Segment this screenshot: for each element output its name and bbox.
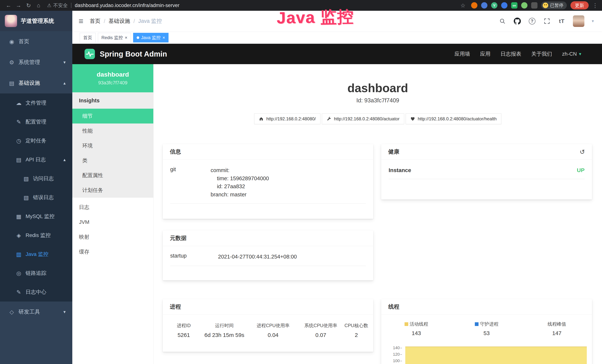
- sidebar-item-config-management[interactable]: ✎ 配置管理: [0, 112, 72, 131]
- card-title: 健康: [388, 148, 399, 156]
- home-icon: [259, 117, 264, 121]
- tab-close-icon[interactable]: ×: [125, 35, 127, 40]
- chrome-update-button[interactable]: 更新: [570, 1, 589, 10]
- app-logo[interactable]: 芋道管理系统: [0, 11, 72, 31]
- sidebar-item-system-management[interactable]: ⚙ 系统管理 ▾: [0, 52, 72, 73]
- sba-item-config-props[interactable]: 配置属性: [72, 168, 153, 183]
- sba-item-details[interactable]: 细节: [72, 109, 153, 124]
- tags-view-bar: 首页 Redis 监控 × Java 监控 ×: [72, 32, 602, 44]
- tab-java-monitor[interactable]: Java 监控 ×: [133, 33, 169, 43]
- column-value: 5261: [178, 332, 190, 338]
- breadcrumb-separator: /: [133, 18, 135, 24]
- sidebar-item-error-logs[interactable]: ▧ 错误日志: [0, 188, 72, 207]
- sidebar-item-label: Java 监控: [26, 251, 48, 258]
- sidebar-item-java-monitor[interactable]: ▥ Java 监控: [0, 245, 72, 264]
- puzzle-extension-icon[interactable]: [531, 2, 538, 9]
- sba-item-environment[interactable]: 环境: [72, 138, 153, 153]
- info-card-title: 信息: [163, 144, 373, 160]
- actuator-url-link[interactable]: http://192.168.0.2:48080/actuator: [322, 114, 404, 124]
- sidebar-item-infrastructure[interactable]: ▤ 基础设施 ▴: [0, 73, 72, 94]
- health-url-link[interactable]: http://192.168.0.2:48080/actuator/health: [406, 114, 501, 124]
- chrome-menu-icon[interactable]: ⋮: [592, 2, 598, 9]
- extension-icon-4[interactable]: [501, 2, 507, 9]
- address-bar[interactable]: ⚠ 不安全 dashboard.yudao.iocoder.cn/infra/a…: [44, 2, 457, 9]
- legend-value: 143: [412, 330, 421, 336]
- git-commit-line: commit:: [211, 166, 366, 174]
- extension-icon-2[interactable]: [481, 2, 487, 9]
- back-icon[interactable]: ←: [4, 2, 13, 9]
- sidebar-item-access-logs[interactable]: ▧ 访问日志: [0, 169, 72, 188]
- switch-on-extension-icon[interactable]: on: [511, 2, 517, 9]
- tab-redis-monitor[interactable]: Redis 监控 ×: [98, 33, 131, 43]
- column-value: 0.04: [268, 332, 279, 338]
- sba-nav-about[interactable]: 关于我们: [531, 50, 552, 57]
- legend-label: 守护进程: [480, 321, 499, 327]
- sidebar-collapse-icon[interactable]: ≡: [79, 17, 83, 26]
- sba-nav-journal[interactable]: 日志报表: [501, 50, 521, 57]
- url-text[interactable]: dashboard.yudao.iocoder.cn/infra/admin-s…: [75, 3, 179, 8]
- service-url-link[interactable]: http://192.168.0.2:48080/: [254, 114, 320, 124]
- column-header: 系统CPU使用率: [304, 322, 337, 329]
- history-icon[interactable]: ↺: [580, 148, 585, 156]
- app-window: 芋道管理系统 ◉ 首页 ⚙ 系统管理 ▾ ▤ 基础设施 ▴ ☁ 文件管理: [0, 11, 602, 364]
- breadcrumb-home[interactable]: 首页: [90, 17, 100, 25]
- app-title: 芋道管理系统: [21, 17, 54, 25]
- instance-block[interactable]: dashboard 93a3fc7f7409: [72, 64, 153, 92]
- live-threads-swatch: [405, 322, 408, 326]
- y-axis-tick: 120: [388, 352, 400, 357]
- extension-icon-1[interactable]: [471, 2, 477, 9]
- sba-item-mappings[interactable]: 映射: [72, 230, 153, 244]
- topbar-actions: ? tT ▾: [499, 15, 594, 27]
- column-header: 进程ID: [177, 322, 191, 329]
- tab-close-icon[interactable]: ×: [162, 35, 165, 40]
- user-menu-caret-icon[interactable]: ▾: [592, 19, 594, 23]
- annotation-java-monitor: Java 监控: [276, 6, 354, 29]
- reload-icon[interactable]: ↻: [24, 2, 33, 9]
- instance-name: dashboard: [72, 71, 153, 78]
- sidebar-item-file-management[interactable]: ☁ 文件管理: [0, 94, 72, 112]
- sba-item-metrics[interactable]: 性能: [72, 124, 153, 138]
- daemon-threads-swatch: [475, 322, 479, 326]
- forward-icon[interactable]: →: [14, 2, 23, 9]
- sidebar-item-api-logs[interactable]: ▤ API 日志 ▴: [0, 150, 72, 169]
- tab-home[interactable]: 首页: [80, 33, 96, 43]
- sba-item-classes[interactable]: 类: [72, 153, 153, 168]
- cloud-file-icon: ☁: [14, 100, 23, 106]
- help-icon[interactable]: ?: [528, 17, 536, 25]
- browser-home-icon[interactable]: ⌂: [34, 2, 43, 9]
- sidebar-item-redis-monitor[interactable]: ◈ Redis 监控: [0, 226, 72, 245]
- security-warning-icon[interactable]: ⚠: [47, 3, 51, 8]
- sba-item-caches[interactable]: 缓存: [72, 244, 153, 259]
- health-instance-row[interactable]: Instance UP: [389, 167, 585, 179]
- bookmark-star-icon[interactable]: ☆: [459, 2, 467, 9]
- sidebar-item-mysql-monitor[interactable]: ▦ MySQL 监控: [0, 207, 72, 226]
- leaf-extension-icon[interactable]: [521, 2, 527, 9]
- sba-item-logs[interactable]: 日志: [72, 200, 153, 215]
- profile-paused-pill[interactable]: 已暂停: [541, 1, 567, 9]
- breadcrumb-infrastructure[interactable]: 基础设施: [109, 17, 130, 25]
- sidebar-item-home[interactable]: ◉ 首页: [0, 31, 72, 52]
- sidebar-item-log-center[interactable]: ✎ 日志中心: [0, 283, 72, 301]
- vue-devtools-icon[interactable]: V: [491, 2, 497, 9]
- github-icon[interactable]: [514, 17, 521, 25]
- sidebar-item-scheduled-jobs[interactable]: ◷ 定时任务: [0, 131, 72, 150]
- user-avatar[interactable]: [573, 15, 584, 27]
- sidebar-item-dev-tools[interactable]: ◇ 研发工具 ▾: [0, 301, 72, 322]
- address-divider: [71, 3, 71, 8]
- sba-item-scheduled-tasks[interactable]: 计划任务: [72, 183, 153, 198]
- sba-nav-applications[interactable]: 应用: [480, 50, 491, 57]
- link-url: http://192.168.0.2:48080/actuator: [334, 116, 399, 121]
- tab-label: 首页: [83, 35, 92, 41]
- search-icon[interactable]: [499, 17, 506, 25]
- sidebar-item-label: 链路追踪: [26, 270, 46, 277]
- sba-brand[interactable]: Spring Boot Admin: [85, 49, 167, 59]
- app-main: ≡ 首页 / 基础设施 / Java 监控 ?: [72, 11, 602, 364]
- font-size-icon[interactable]: tT: [558, 17, 566, 25]
- sba-item-jvm[interactable]: JVM: [72, 215, 153, 230]
- page-title: dashboard: [153, 81, 602, 95]
- sba-nav-wallboard[interactable]: 应用墙: [455, 50, 470, 57]
- language-selector[interactable]: zh-CN ▾: [562, 51, 581, 57]
- sidebar-item-link-tracing[interactable]: ◎ 链路追踪: [0, 264, 72, 283]
- fullscreen-icon[interactable]: [543, 17, 551, 25]
- y-axis-tick: 140: [388, 345, 400, 350]
